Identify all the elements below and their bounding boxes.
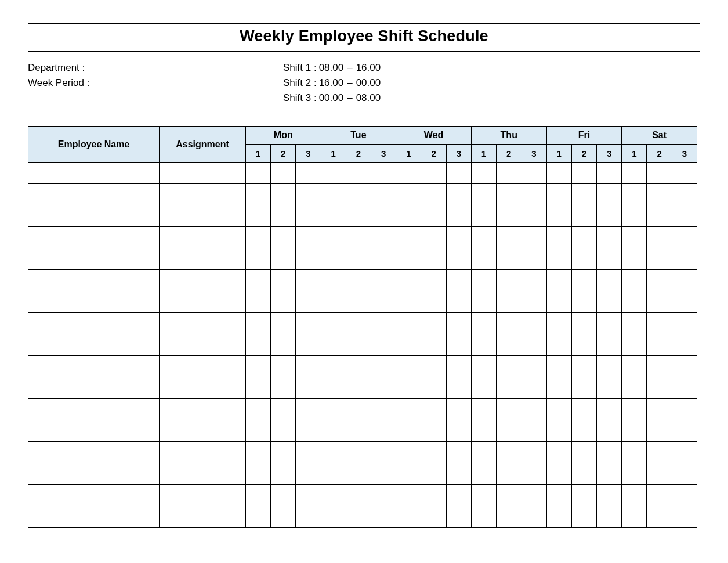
table-cell[interactable] — [546, 184, 571, 205]
table-cell[interactable] — [446, 420, 471, 442]
table-cell[interactable] — [28, 227, 160, 248]
table-cell[interactable] — [521, 163, 546, 184]
table-cell[interactable] — [346, 163, 371, 184]
table-cell[interactable] — [271, 248, 296, 270]
table-cell[interactable] — [471, 442, 496, 463]
table-cell[interactable] — [296, 485, 321, 506]
table-cell[interactable] — [672, 420, 697, 442]
table-cell[interactable] — [546, 248, 571, 270]
table-cell[interactable] — [647, 184, 672, 205]
table-cell[interactable] — [471, 356, 496, 377]
table-cell[interactable] — [446, 356, 471, 377]
table-cell[interactable] — [28, 463, 160, 485]
table-cell[interactable] — [672, 291, 697, 313]
table-cell[interactable] — [471, 463, 496, 485]
table-cell[interactable] — [245, 356, 270, 377]
table-cell[interactable] — [160, 334, 246, 356]
table-cell[interactable] — [471, 485, 496, 506]
table-cell[interactable] — [672, 313, 697, 334]
table-cell[interactable] — [471, 163, 496, 184]
table-cell[interactable] — [160, 248, 246, 270]
table-cell[interactable] — [471, 313, 496, 334]
table-cell[interactable] — [647, 205, 672, 227]
table-cell[interactable] — [622, 485, 647, 506]
table-cell[interactable] — [446, 313, 471, 334]
table-cell[interactable] — [672, 248, 697, 270]
table-cell[interactable] — [245, 506, 270, 528]
table-cell[interactable] — [371, 485, 396, 506]
table-cell[interactable] — [396, 313, 421, 334]
table-cell[interactable] — [647, 485, 672, 506]
table-cell[interactable] — [497, 442, 521, 463]
table-cell[interactable] — [471, 291, 496, 313]
table-cell[interactable] — [296, 399, 321, 420]
table-cell[interactable] — [28, 313, 160, 334]
table-cell[interactable] — [28, 442, 160, 463]
table-cell[interactable] — [446, 270, 471, 291]
table-cell[interactable] — [672, 334, 697, 356]
table-cell[interactable] — [396, 227, 421, 248]
table-cell[interactable] — [471, 227, 496, 248]
table-cell[interactable] — [647, 248, 672, 270]
table-cell[interactable] — [571, 163, 596, 184]
table-cell[interactable] — [160, 485, 246, 506]
table-cell[interactable] — [296, 377, 321, 399]
table-cell[interactable] — [546, 227, 571, 248]
table-cell[interactable] — [28, 485, 160, 506]
table-cell[interactable] — [597, 334, 622, 356]
table-cell[interactable] — [321, 399, 346, 420]
table-cell[interactable] — [622, 442, 647, 463]
table-cell[interactable] — [571, 334, 596, 356]
table-cell[interactable] — [160, 399, 246, 420]
table-cell[interactable] — [396, 399, 421, 420]
table-cell[interactable] — [371, 291, 396, 313]
table-cell[interactable] — [471, 248, 496, 270]
table-cell[interactable] — [497, 270, 521, 291]
table-cell[interactable] — [321, 313, 346, 334]
table-cell[interactable] — [622, 399, 647, 420]
table-cell[interactable] — [271, 184, 296, 205]
table-cell[interactable] — [672, 227, 697, 248]
table-cell[interactable] — [497, 485, 521, 506]
table-cell[interactable] — [521, 377, 546, 399]
table-cell[interactable] — [271, 205, 296, 227]
table-cell[interactable] — [521, 356, 546, 377]
table-cell[interactable] — [446, 248, 471, 270]
table-cell[interactable] — [597, 420, 622, 442]
table-cell[interactable] — [672, 463, 697, 485]
table-cell[interactable] — [396, 248, 421, 270]
table-cell[interactable] — [421, 270, 446, 291]
table-cell[interactable] — [28, 334, 160, 356]
table-cell[interactable] — [446, 205, 471, 227]
table-cell[interactable] — [446, 377, 471, 399]
table-cell[interactable] — [271, 442, 296, 463]
table-cell[interactable] — [647, 463, 672, 485]
table-cell[interactable] — [396, 334, 421, 356]
table-cell[interactable] — [271, 313, 296, 334]
table-cell[interactable] — [421, 420, 446, 442]
table-cell[interactable] — [160, 163, 246, 184]
table-cell[interactable] — [296, 442, 321, 463]
table-cell[interactable] — [446, 184, 471, 205]
table-cell[interactable] — [371, 334, 396, 356]
table-cell[interactable] — [396, 463, 421, 485]
table-cell[interactable] — [521, 463, 546, 485]
table-cell[interactable] — [446, 442, 471, 463]
table-cell[interactable] — [421, 356, 446, 377]
table-cell[interactable] — [28, 356, 160, 377]
table-cell[interactable] — [421, 291, 446, 313]
table-cell[interactable] — [647, 291, 672, 313]
table-cell[interactable] — [672, 485, 697, 506]
table-cell[interactable] — [497, 205, 521, 227]
table-cell[interactable] — [471, 270, 496, 291]
table-cell[interactable] — [647, 506, 672, 528]
table-cell[interactable] — [160, 377, 246, 399]
table-cell[interactable] — [271, 377, 296, 399]
table-cell[interactable] — [396, 270, 421, 291]
table-cell[interactable] — [421, 205, 446, 227]
table-cell[interactable] — [28, 377, 160, 399]
table-cell[interactable] — [346, 420, 371, 442]
table-cell[interactable] — [471, 184, 496, 205]
table-cell[interactable] — [421, 399, 446, 420]
table-cell[interactable] — [271, 291, 296, 313]
